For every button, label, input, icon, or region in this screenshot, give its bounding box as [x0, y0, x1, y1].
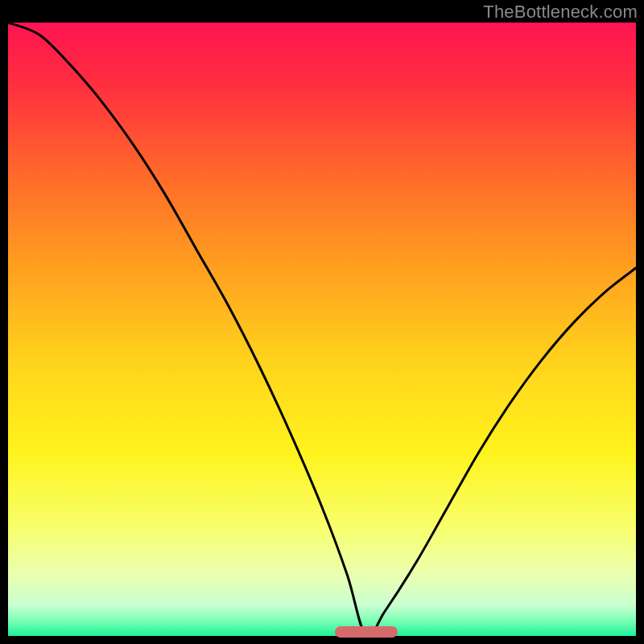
- chart-frame: TheBottleneck.com: [0, 0, 644, 644]
- gradient-rect: [8, 23, 636, 636]
- heat-gradient-background: [8, 23, 636, 636]
- optimal-range-marker: [335, 626, 398, 638]
- watermark-text: TheBottleneck.com: [483, 2, 638, 23]
- plot-area: [8, 23, 636, 636]
